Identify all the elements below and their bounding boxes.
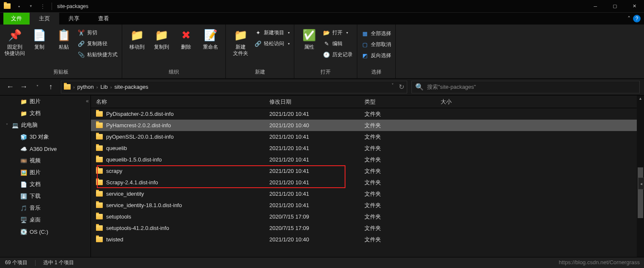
refresh-icon[interactable]: ↻ [399, 83, 404, 91]
open-button[interactable]: 📂打开▾ [323, 28, 353, 37]
scrollbar[interactable]: ▲ [637, 96, 644, 257]
cloud-icon: ☁️ [20, 146, 27, 152]
header-name[interactable]: 名称 [91, 98, 264, 106]
folder-icon [96, 202, 103, 208]
file-name: queuelib [106, 145, 127, 151]
close-button[interactable]: ✕ [625, 0, 644, 13]
properties-button[interactable]: ✅属性 [297, 27, 321, 50]
file-row[interactable]: setuptools2020/7/15 17:09文件夹 [91, 211, 644, 222]
status-item-count: 69 个项目 [5, 259, 27, 266]
file-date: 2021/1/20 10:41 [264, 168, 359, 174]
copyto-button[interactable]: 📁复制到 [149, 27, 174, 50]
scroll-up-icon[interactable]: ▲ [637, 96, 644, 101]
tree-item[interactable]: 📄文档 [0, 178, 90, 190]
minimize-button[interactable]: ─ [586, 0, 605, 13]
back-button[interactable]: ← [4, 81, 16, 93]
tab-file[interactable]: 文件 [3, 13, 30, 25]
up-button[interactable]: ↑ [45, 81, 57, 93]
breadcrumb-item[interactable]: site-packages [114, 84, 148, 90]
breadcrumb-item[interactable]: Lib [100, 84, 107, 90]
selectnone-button[interactable]: ▢全部取消 [362, 40, 391, 49]
tree-item[interactable]: 🖥️桌面 [0, 214, 90, 226]
folder-icon: 📁 [20, 98, 27, 105]
newfolder-button[interactable]: 📁新建文件夹 [228, 27, 253, 57]
tree-item[interactable]: 📁图片 [0, 96, 90, 107]
tree-item[interactable]: 🎞️视频 [0, 155, 90, 167]
file-name: scrapy [106, 168, 122, 174]
cut-button[interactable]: ✂️剪切 [78, 28, 118, 37]
tree-item[interactable]: 📁文档 [0, 107, 90, 119]
paste-button[interactable]: 📋粘贴 [52, 27, 76, 50]
3d-icon: 🧊 [20, 134, 27, 140]
selectinvert-button[interactable]: ◩反向选择 [362, 51, 391, 60]
tree-item-label: A360 Drive [30, 146, 57, 152]
collapse-tree-icon[interactable]: « [86, 98, 89, 104]
breadcrumb-item[interactable]: python [77, 84, 94, 90]
pasteshortcut-button[interactable]: 📎粘贴快捷方式 [78, 50, 118, 59]
file-row[interactable]: service_identity2021/1/20 10:41文件夹 [91, 188, 644, 200]
moveto-button[interactable]: 📁移动到 [125, 27, 149, 50]
tree-item-label: 视频 [30, 157, 41, 164]
header-date[interactable]: 修改日期 [264, 98, 359, 106]
maximize-button[interactable]: ▢ [605, 0, 625, 13]
scrollbar-thumb[interactable] [638, 167, 643, 218]
disk-icon: 💽 [20, 229, 27, 235]
header-size[interactable]: 大小 [436, 98, 478, 106]
file-row[interactable]: service_identity-18.1.0.dist-info2021/1/… [91, 200, 644, 211]
file-row[interactable]: Scrapy-2.4.1.dist-info2021/1/20 10:41文件夹 [91, 177, 644, 188]
group-select-label: 选择 [360, 67, 393, 78]
tree-item[interactable]: ☁️A360 Drive [0, 143, 90, 155]
edit-button[interactable]: ✎编辑 [323, 39, 353, 48]
tree-item-label: 3D 对象 [30, 133, 49, 141]
qat-overflow[interactable]: ⋮ [37, 2, 48, 11]
selectall-button[interactable]: ▦全部选择 [362, 29, 391, 38]
file-row[interactable]: setuptools-41.2.0.dist-info2020/7/15 17:… [91, 222, 644, 234]
recent-dropdown[interactable]: ˅ [31, 81, 43, 93]
file-type: 文件夹 [359, 190, 436, 198]
tab-share[interactable]: 共享 [59, 13, 89, 25]
rename-button[interactable]: 📝重命名 [198, 27, 223, 50]
tree-item[interactable]: 🧊3D 对象 [0, 131, 90, 143]
copypath-button[interactable]: 🔗复制路径 [78, 39, 118, 48]
file-row[interactable]: queuelib2021/1/20 10:41文件夹 [91, 142, 644, 154]
file-row[interactable]: pyOpenSSL-20.0.1.dist-info2021/1/20 10:4… [91, 131, 644, 142]
file-type: 文件夹 [359, 236, 436, 243]
tree-item[interactable]: ˅💻此电脑 [0, 119, 90, 131]
tab-home[interactable]: 主页 [30, 13, 59, 25]
ribbon: 📌固定到快捷访问 📄复制 📋粘贴 ✂️剪切 🔗复制路径 📎粘贴快捷方式 剪贴板 … [0, 25, 644, 79]
newitem-button[interactable]: ✦新建项目▾ [255, 28, 290, 37]
help-icon[interactable]: ? [633, 15, 641, 22]
file-date: 2021/1/20 10:41 [264, 179, 359, 186]
collapse-ribbon-icon[interactable]: ˄ [628, 15, 630, 22]
qat-control[interactable]: ▪ [14, 2, 25, 11]
edge-collapse-tab[interactable]: ◂ [638, 178, 644, 189]
tree-item-label: 文档 [30, 109, 41, 117]
forward-button[interactable]: → [18, 81, 30, 93]
pin-quickaccess-button[interactable]: 📌固定到快捷访问 [3, 27, 27, 57]
search-input[interactable] [427, 84, 636, 90]
address-dropdown-icon[interactable]: ˅ [392, 83, 394, 91]
file-row[interactable]: twisted2021/1/20 10:40文件夹 [91, 234, 644, 245]
search-box[interactable]: 🔍 [411, 81, 640, 93]
window-controls: ─ ▢ ✕ [586, 0, 644, 13]
history-button[interactable]: 🕘历史记录 [323, 50, 353, 59]
address-bar[interactable]: › python › Lib › site-packages ˅ ↻ [61, 81, 407, 93]
file-row[interactable]: PyDispatcher-2.0.5.dist-info2021/1/20 10… [91, 108, 644, 120]
qat-dropdown[interactable]: ▼ [25, 2, 36, 11]
folder-icon [96, 145, 103, 151]
copy-button[interactable]: 📄复制 [27, 27, 52, 50]
easyaccess-button[interactable]: 🔗轻松访问▾ [255, 39, 290, 48]
delete-button[interactable]: ✖删除 [174, 27, 198, 50]
tree-item[interactable]: ⬇️下载 [0, 190, 90, 202]
file-row[interactable]: queuelib-1.5.0.dist-info2021/1/20 10:41文… [91, 154, 644, 165]
file-name: PyHamcrest-2.0.2.dist-info [106, 122, 171, 129]
tree-item[interactable]: 🖼️图片 [0, 167, 90, 178]
header-type[interactable]: 类型 [359, 98, 436, 106]
file-row[interactable]: scrapy2021/1/20 10:41文件夹 [91, 165, 644, 177]
tree-item[interactable]: 💽OS (C:) [0, 226, 90, 238]
file-row[interactable]: PyHamcrest-2.0.2.dist-info2021/1/20 10:4… [91, 120, 644, 131]
tree-item[interactable]: 🎵音乐 [0, 202, 90, 214]
nav-tree[interactable]: « 📁图片📁文档˅💻此电脑🧊3D 对象☁️A360 Drive🎞️视频🖼️图片📄… [0, 96, 91, 257]
tab-view[interactable]: 查看 [89, 13, 118, 25]
search-icon: 🔍 [415, 83, 424, 91]
